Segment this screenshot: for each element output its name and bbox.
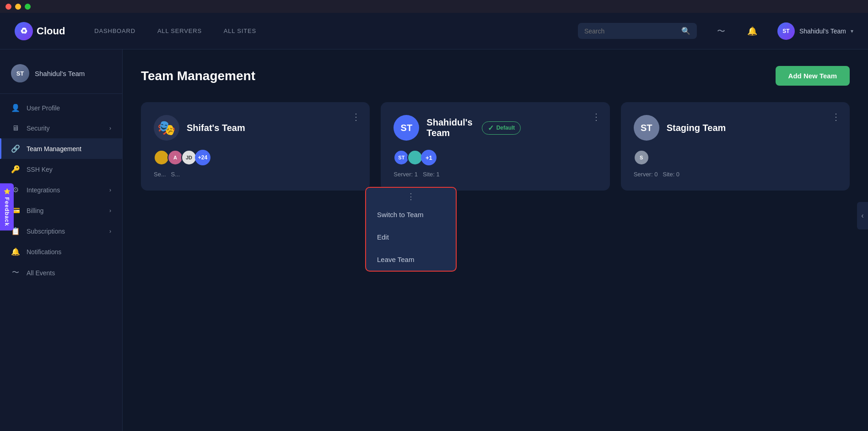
sidebar-label-billing: Billing	[27, 207, 43, 214]
user-icon: 👤	[11, 104, 20, 112]
title-bar	[0, 0, 868, 13]
context-menu-leave-team[interactable]: Leave Team	[366, 248, 456, 271]
default-badge: ✓ Default	[482, 121, 521, 135]
sidebar-item-all-events[interactable]: 〜 All Events	[0, 262, 122, 284]
notification-icon[interactable]: 🔔	[745, 24, 759, 38]
sidebar-user: ST Shahidul's Team	[0, 59, 122, 94]
team-menu-dots-shahidul[interactable]: ⋮	[592, 111, 601, 122]
teams-grid: ⋮ 🎭 Shifat's Team A JD +24 Se... S...	[141, 102, 850, 191]
team-members-shifat: A JD +24	[154, 150, 357, 165]
minimize-btn[interactable]	[15, 4, 21, 10]
feedback-tab[interactable]: ⭐ Feedback	[0, 183, 14, 231]
right-collapse-tab[interactable]: ‹	[857, 202, 868, 229]
sidebar-item-billing[interactable]: 💳 Billing ›	[0, 200, 122, 221]
sidebar-item-ssh-key[interactable]: 🔑 SSH Key	[0, 159, 122, 180]
team-card-shahidul[interactable]: ⋮ ST Shahidul'sTeam ✓ Default	[381, 102, 609, 191]
chevron-down-icon: ▾	[851, 28, 853, 34]
team-name-staging: Staging Team	[667, 123, 726, 133]
server-info-shahidul: Server: 1 Site: 1	[394, 171, 439, 178]
team-avatar-staging: ST	[634, 115, 659, 141]
sidebar-label-ssh-key: SSH Key	[27, 166, 53, 173]
team-card-shifat[interactable]: ⋮ 🎭 Shifat's Team A JD +24 Se... S...	[141, 102, 370, 191]
sidebar-label-subscriptions: Subscriptions	[27, 228, 65, 235]
team-avatar-shifat: 🎭	[154, 115, 179, 141]
user-menu[interactable]: ST Shahidul's Team ▾	[777, 22, 853, 40]
sidebar-item-subscriptions[interactable]: 📋 Subscriptions ›	[0, 221, 122, 241]
sidebar-label-security: Security	[27, 125, 50, 132]
feedback-label: ⭐ Feedback	[4, 188, 10, 226]
chevron-right-icon-2: ›	[109, 187, 111, 193]
team-name-block-shahidul: Shahidul'sTeam ✓ Default	[426, 117, 521, 138]
member-count-shahidul: +1	[421, 150, 437, 165]
team-card-header-staging: ST Staging Team	[634, 115, 837, 141]
sidebar-label-all-events: All Events	[27, 269, 55, 277]
member-shahidul-1: ST	[394, 150, 409, 165]
chevron-right-icon: ›	[109, 125, 111, 131]
maximize-btn[interactable]	[25, 4, 31, 10]
check-icon: ✓	[488, 124, 494, 132]
page-title: Team Management	[141, 69, 255, 83]
user-name: Shahidul's Team	[799, 27, 846, 35]
search-icon: 🔍	[681, 27, 690, 35]
team-name-shahidul: Shahidul'sTeam	[426, 117, 472, 138]
notifications-icon: 🔔	[11, 247, 20, 256]
nav-all-servers[interactable]: ALL SERVERS	[156, 24, 204, 38]
key-icon: 🔑	[11, 165, 20, 174]
server-info-shifat: Se... S...	[154, 171, 180, 178]
sidebar-item-notifications[interactable]: 🔔 Notifications	[0, 241, 122, 262]
default-label: Default	[496, 125, 515, 131]
logo-icon: ♻	[15, 22, 33, 40]
team-card-header-shifat: 🎭 Shifat's Team	[154, 115, 357, 141]
sidebar-label-notifications: Notifications	[27, 248, 61, 256]
context-menu-switch-to-team[interactable]: Switch to Team	[366, 203, 456, 226]
sidebar-item-user-profile[interactable]: 👤 User Profile	[0, 98, 122, 118]
chevron-right-icon-4: ›	[109, 228, 111, 235]
team-name-shifat: Shifat's Team	[187, 123, 245, 133]
close-btn[interactable]	[5, 4, 11, 10]
team-members-shahidul: ST +1	[394, 150, 597, 165]
add-new-team-button[interactable]: Add New Team	[776, 66, 850, 86]
security-icon: 🖥	[11, 124, 20, 132]
sidebar: ST Shahidul's Team 👤 User Profile 🖥 Secu…	[0, 49, 123, 431]
sidebar-item-team-management[interactable]: 🔗 Team Management	[0, 138, 122, 159]
team-stats-staging: Server: 0 Site: 0	[634, 171, 837, 178]
active-indicator	[0, 138, 1, 159]
top-nav: ♻ Cloud DASHBOARD ALL SERVERS ALL SITES …	[0, 13, 868, 49]
logo[interactable]: ♻ Cloud	[15, 22, 65, 40]
activity-icon[interactable]: 〜	[715, 24, 727, 38]
sidebar-item-integrations[interactable]: ⚙ Integrations ›	[0, 180, 122, 200]
team-members-staging: S	[634, 150, 837, 165]
team-menu-dots-shifat[interactable]: ⋮	[351, 111, 361, 122]
sidebar-label-team-management: Team Management	[27, 145, 81, 153]
main-content: Team Management Add New Team ⋮ 🎭 Shifat'…	[123, 49, 868, 431]
member-avatar-3: JD	[181, 150, 197, 165]
chevron-left-icon: ‹	[861, 212, 863, 220]
team-avatar-shahidul: ST	[394, 115, 419, 141]
events-icon: 〜	[11, 268, 20, 278]
search-input[interactable]	[584, 27, 678, 35]
member-avatar-2: A	[167, 150, 183, 165]
team-card-staging[interactable]: ⋮ ST Staging Team S Server: 0 Site: 0	[621, 102, 850, 191]
page-header: Team Management Add New Team	[141, 66, 850, 86]
layout: ST Shahidul's Team 👤 User Profile 🖥 Secu…	[0, 49, 868, 431]
chevron-right-icon-3: ›	[109, 207, 111, 214]
search-box[interactable]: 🔍	[578, 23, 697, 39]
nav-all-sites[interactable]: ALL SITES	[222, 24, 258, 38]
member-count: +24	[195, 150, 210, 165]
context-menu-edit[interactable]: Edit	[366, 226, 456, 248]
sidebar-label-integrations: Integrations	[27, 186, 60, 194]
context-menu: ⋮ Switch to Team Edit Leave Team	[365, 187, 457, 272]
team-menu-dots-staging[interactable]: ⋮	[831, 111, 841, 122]
member-staging-1: S	[634, 150, 649, 165]
team-stats-shifat: Se... S...	[154, 171, 357, 178]
sidebar-user-avatar: ST	[11, 64, 29, 82]
nav-dashboard[interactable]: DASHBOARD	[92, 24, 137, 38]
team-stats-shahidul: Server: 1 Site: 1	[394, 171, 597, 178]
sidebar-item-security[interactable]: 🖥 Security ›	[0, 118, 122, 138]
member-shahidul-2	[407, 150, 423, 165]
avatar: ST	[777, 22, 795, 40]
server-info-staging: Server: 0 Site: 0	[634, 171, 679, 178]
logo-text: Cloud	[37, 25, 65, 37]
team-card-header-shahidul: ST Shahidul'sTeam ✓ Default	[394, 115, 597, 141]
sidebar-user-name: Shahidul's Team	[35, 70, 85, 77]
